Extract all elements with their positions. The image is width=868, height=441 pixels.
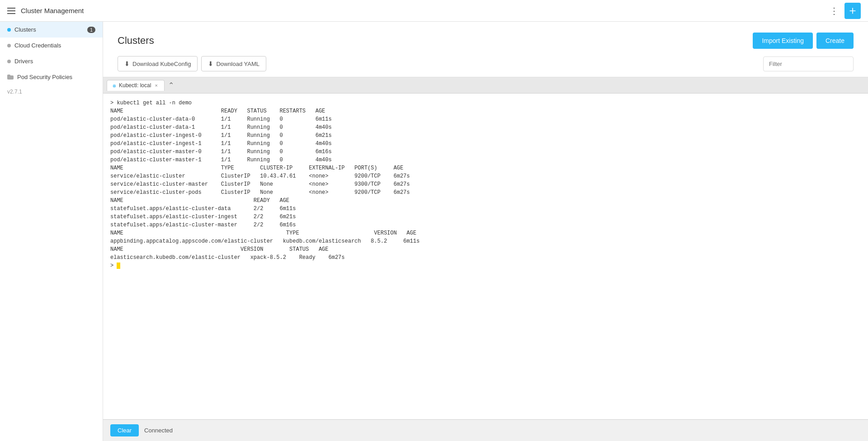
- terminal-output-line: service/elastic-cluster ClusterIP 10.43.…: [110, 172, 861, 180]
- import-existing-button[interactable]: Import Existing: [753, 33, 813, 49]
- terminal-output-line: statefulset.apps/elastic-cluster-master …: [110, 221, 861, 229]
- terminal-output-line: pod/elastic-cluster-ingest-1 1/1 Running…: [110, 140, 861, 148]
- terminal-tabbar: ⎈ Kubectl: local × ⌃: [103, 77, 868, 94]
- terminal-chevron-icon[interactable]: ⌃: [168, 81, 174, 89]
- sidebar-label-clusters: Clusters: [14, 26, 36, 33]
- download-kubeconfig-icon: ⬇: [124, 60, 130, 67]
- terminal-new-prompt: >: [110, 262, 861, 270]
- terminal-output-line: pod/elastic-cluster-master-0 1/1 Running…: [110, 148, 861, 156]
- terminal-tab-close[interactable]: ×: [154, 83, 158, 88]
- sidebar-label-pod-security: Pod Security Policies: [17, 74, 72, 80]
- toolbar: ⬇ Download KubeConfig ⬇ Download YAML: [103, 56, 868, 77]
- terminal-body[interactable]: > kubectl get all -n demo NAME READY STA…: [103, 94, 868, 419]
- app-title: Cluster Management: [21, 7, 84, 14]
- terminal-tab-icon: ⎈: [113, 82, 116, 89]
- terminal-tab-label: Kubectl: local: [119, 82, 151, 89]
- download-yaml-button[interactable]: ⬇ Download YAML: [201, 56, 266, 71]
- main-layout: Clusters 1 Cloud Credentials Drivers Pod…: [0, 22, 868, 441]
- create-button[interactable]: Create: [816, 33, 854, 49]
- plus-icon: [848, 6, 857, 15]
- content-area: Clusters Import Existing Create ⬇ Downlo…: [103, 22, 868, 441]
- toolbar-left: ⬇ Download KubeConfig ⬇ Download YAML: [118, 56, 266, 71]
- header-left: Cluster Management: [7, 7, 84, 14]
- terminal-output-line: pod/elastic-cluster-data-0 1/1 Running 0…: [110, 115, 861, 123]
- terminal-output-line: service/elastic-cluster-master ClusterIP…: [110, 180, 861, 188]
- page-actions: Import Existing Create: [753, 33, 854, 49]
- terminal-section: ⎈ Kubectl: local × ⌃ > kubectl get all -…: [103, 77, 868, 419]
- sidebar-item-drivers[interactable]: Drivers: [0, 53, 103, 69]
- terminal-output-line: statefulset.apps/elastic-cluster-ingest …: [110, 213, 861, 221]
- terminal-output-line: pod/elastic-cluster-data-1 1/1 Running 0…: [110, 123, 861, 131]
- sidebar-badge-clusters: 1: [87, 27, 95, 33]
- terminal-output-line: pod/elastic-cluster-master-1 1/1 Running…: [110, 156, 861, 164]
- sidebar-version: v2.7.1: [0, 85, 103, 99]
- app-header: Cluster Management ⋮: [0, 0, 868, 22]
- folder-icon: [7, 75, 14, 80]
- download-yaml-icon: ⬇: [208, 60, 213, 67]
- download-yaml-label: Download YAML: [216, 61, 259, 67]
- sidebar-label-cloud: Cloud Credentials: [14, 42, 61, 49]
- header-right: ⋮: [830, 3, 861, 19]
- terminal-tab-kubectl-local[interactable]: ⎈ Kubectl: local ×: [107, 80, 165, 91]
- download-kubeconfig-label: Download KubeConfig: [132, 61, 191, 67]
- terminal-output-line: appbinding.appcatalog.appscode.com/elast…: [110, 237, 861, 245]
- terminal-cursor: [117, 263, 120, 269]
- clear-button[interactable]: Clear: [110, 424, 139, 436]
- terminal-output-line: service/elastic-cluster-pods ClusterIP N…: [110, 188, 861, 197]
- sidebar-item-cloud-credentials[interactable]: Cloud Credentials: [0, 38, 103, 53]
- hamburger-icon[interactable]: [7, 8, 15, 14]
- sidebar-dot-cloud: [7, 44, 11, 47]
- sidebar-label-drivers: Drivers: [14, 58, 33, 65]
- terminal-command: > kubectl get all -n demo: [110, 99, 861, 107]
- terminal-output-line: pod/elastic-cluster-ingest-0 1/1 Running…: [110, 131, 861, 140]
- sidebar-item-clusters[interactable]: Clusters 1: [0, 22, 103, 38]
- terminal-output: NAME READY STATUS RESTARTS AGEpod/elasti…: [110, 107, 861, 262]
- page-header: Clusters Import Existing Create: [103, 22, 868, 56]
- sidebar-dot-clusters: [7, 28, 11, 32]
- more-options-icon[interactable]: ⋮: [830, 5, 839, 16]
- terminal-output-line: NAME VERSION STATUS AGE: [110, 245, 861, 253]
- terminal-output-line: elasticsearch.kubedb.com/elastic-cluster…: [110, 253, 861, 262]
- status-text: Connected: [144, 427, 173, 434]
- terminal-output-line: NAME READY STATUS RESTARTS AGE: [110, 107, 861, 115]
- sidebar: Clusters 1 Cloud Credentials Drivers Pod…: [0, 22, 103, 441]
- sidebar-dot-drivers: [7, 60, 11, 63]
- page-title: Clusters: [118, 35, 154, 47]
- terminal-output-line: NAME READY AGE: [110, 197, 861, 205]
- terminal-output-line: NAME TYPE VERSION AGE: [110, 229, 861, 237]
- add-button[interactable]: [844, 3, 861, 19]
- download-kubeconfig-button[interactable]: ⬇ Download KubeConfig: [118, 56, 198, 71]
- sidebar-item-pod-security[interactable]: Pod Security Policies: [0, 69, 103, 85]
- bottom-bar: Clear Connected: [103, 419, 868, 441]
- filter-input[interactable]: [763, 56, 854, 71]
- terminal-output-line: NAME TYPE CLUSTER-IP EXTERNAL-IP PORT(S)…: [110, 164, 861, 172]
- terminal-output-line: statefulset.apps/elastic-cluster-data 2/…: [110, 205, 861, 213]
